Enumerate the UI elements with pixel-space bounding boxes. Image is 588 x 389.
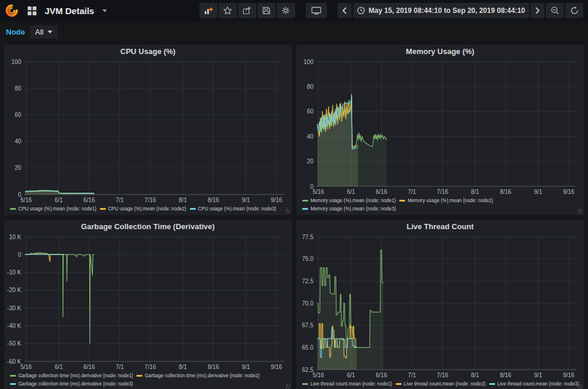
save-button[interactable] <box>258 3 276 18</box>
add-panel-icon <box>203 6 213 15</box>
legend-color-swatch <box>399 200 405 202</box>
x-tick-label: 9/16 <box>270 197 282 203</box>
panel-gc-time: Garbage Collection Time (Derivative) 5/1… <box>4 220 292 389</box>
legend-item[interactable]: Memory usage (%).mean {node: node3} <box>302 206 396 212</box>
panel-title[interactable]: CPU Usage (%) <box>4 45 292 58</box>
x-tick-label: 6/16 <box>376 372 387 378</box>
x-tick-label: 6/1 <box>347 372 355 378</box>
y-tick-label: 100 <box>303 59 313 65</box>
legend-item[interactable]: CPU usage (%).mean {node: node3} <box>190 206 276 212</box>
x-tick-label: 7/16 <box>145 364 156 370</box>
panel-resize-handle[interactable] <box>286 384 290 389</box>
panel-resize-handle[interactable] <box>578 209 583 214</box>
legend-item[interactable]: CPU usage (%).mean {node: node1} <box>10 206 96 212</box>
panel-cpu-usage: CPU Usage (%) 5/166/16/167/17/168/18/169… <box>4 45 292 215</box>
memory-usage-chart-canvas[interactable]: 5/166/16/167/17/168/18/169/19/1602040608… <box>296 58 584 196</box>
y-tick-label: 60 <box>15 112 22 118</box>
variable-value-dropdown[interactable]: All <box>30 25 58 39</box>
legend-label: Live thread count.mean {node: node2} <box>404 381 486 387</box>
dashboard-title[interactable]: JVM Details <box>45 6 94 16</box>
chart-svg: 5/166/16/167/17/168/18/169/19/1662.565.0… <box>296 233 584 379</box>
x-tick-label: 6/16 <box>83 364 95 370</box>
series-line <box>25 252 95 343</box>
x-tick-label: 6/16 <box>376 189 387 195</box>
save-icon <box>262 6 271 15</box>
panel-resize-handle[interactable] <box>286 209 290 214</box>
legend-item[interactable]: Live thread count.mean {node: node2} <box>396 381 486 387</box>
settings-button[interactable] <box>277 3 295 18</box>
grafana-logo-icon[interactable] <box>4 2 20 19</box>
gc-time-legend: Garbage collection time (ms).derivative … <box>4 371 292 389</box>
legend-item[interactable]: Live thread count.mean {node: node1} <box>302 381 392 387</box>
legend-item[interactable]: Garbage collection time (ms).derivative … <box>10 381 133 387</box>
refresh-icon <box>570 6 579 15</box>
x-tick-label: 7/16 <box>145 197 156 203</box>
time-forward-button[interactable] <box>530 3 544 18</box>
y-tick-label: -40 K <box>7 323 21 329</box>
x-tick-label: 6/1 <box>55 364 63 370</box>
chevron-right-icon <box>534 6 540 15</box>
panel-title[interactable]: Garbage Collection Time (Derivative) <box>4 220 292 233</box>
dashboards-grid-icon[interactable] <box>25 4 39 18</box>
series-area <box>25 254 64 261</box>
legend-color-swatch <box>10 208 16 210</box>
legend-item[interactable]: Garbage collection time (ms).derivative … <box>136 373 259 378</box>
legend-item[interactable]: Memory usage (%).mean {node: node2} <box>399 198 493 203</box>
time-range-button[interactable]: May 15, 2019 08:44:10 to Sep 20, 2019 08… <box>353 3 529 18</box>
cpu-usage-legend: CPU usage (%).mean {node: node1}CPU usag… <box>4 204 292 215</box>
x-tick-label: 7/1 <box>116 197 124 203</box>
x-tick-label: 9/1 <box>242 364 250 370</box>
x-tick-label: 6/1 <box>347 189 355 195</box>
add-panel-button[interactable] <box>199 3 218 18</box>
variable-value-text: All <box>35 28 44 36</box>
legend-label: Garbage collection time (ms).derivative … <box>18 381 133 387</box>
star-button[interactable] <box>219 3 237 18</box>
cycle-view-button[interactable] <box>306 3 327 18</box>
legend-label: CPU usage (%).mean {node: node2} <box>108 206 186 212</box>
panel-resize-handle[interactable] <box>578 384 583 389</box>
memory-usage-legend: Memory usage (%).mean {node: node1}Memor… <box>296 196 584 215</box>
x-tick-label: 9/1 <box>534 189 542 195</box>
y-tick-label: 0 <box>18 251 21 258</box>
x-tick-label: 9/16 <box>563 189 574 195</box>
panel-title[interactable]: Live Thread Count <box>296 220 584 233</box>
share-button[interactable] <box>238 3 256 18</box>
y-tick-label: 62.5 <box>302 367 314 373</box>
live-thread-count-chart-canvas[interactable]: 5/166/16/167/17/168/18/169/19/1662.565.0… <box>296 233 584 379</box>
legend-item[interactable]: Live thread count.mean {node: node3} <box>489 381 579 387</box>
panel-title[interactable]: Memory Usage (%) <box>296 45 584 58</box>
legend-item[interactable]: Garbage collection time (ms).derivative … <box>10 373 133 378</box>
x-tick-label: 7/1 <box>116 364 124 370</box>
y-tick-label: -60 K <box>7 358 21 365</box>
x-tick-label: 8/16 <box>500 372 512 378</box>
y-tick-label: 67.5 <box>302 322 314 328</box>
legend-row: CPU usage (%).mean {node: node1}CPU usag… <box>10 204 289 213</box>
clock-icon <box>357 6 365 15</box>
zoom-out-button[interactable] <box>546 3 564 18</box>
legend-label: Memory usage (%).mean {node: node3} <box>310 206 396 212</box>
legend-label: Live thread count.mean {node: node1} <box>310 381 392 387</box>
y-tick-label: -30 K <box>7 305 21 311</box>
y-tick-label: 0 <box>310 183 313 190</box>
legend-item[interactable]: CPU usage (%).mean {node: node2} <box>100 206 186 212</box>
legend-color-swatch <box>489 383 495 385</box>
legend-label: Garbage collection time (ms).derivative … <box>18 373 133 378</box>
chart-svg: 5/166/16/167/17/168/18/169/19/1602040608… <box>296 58 584 196</box>
time-back-button[interactable] <box>338 3 352 18</box>
chart-svg: 5/166/16/167/17/168/18/169/19/1602040608… <box>4 58 292 204</box>
legend-item[interactable]: Memory usage (%).mean {node: node1} <box>302 198 396 203</box>
x-tick-label: 8/1 <box>471 189 479 195</box>
x-tick-label: 9/16 <box>563 372 574 378</box>
y-tick-label: 77.5 <box>302 234 314 240</box>
y-tick-label: 75.0 <box>302 256 314 262</box>
x-tick-label: 5/16 <box>21 364 32 370</box>
refresh-button[interactable] <box>565 3 583 18</box>
y-tick-label: 100 <box>11 59 21 65</box>
legend-label: Memory usage (%).mean {node: node2} <box>407 198 493 203</box>
gear-icon <box>281 6 290 15</box>
legend-label: Memory usage (%).mean {node: node1} <box>310 198 396 203</box>
gc-time-chart-canvas[interactable]: 5/166/16/167/17/168/18/169/19/1610 K0-10… <box>4 233 292 371</box>
cpu-usage-chart-canvas[interactable]: 5/166/16/167/17/168/18/169/19/1602040608… <box>4 58 292 204</box>
y-tick-label: 20 <box>15 165 22 171</box>
legend-label: CPU usage (%).mean {node: node3} <box>198 206 276 212</box>
